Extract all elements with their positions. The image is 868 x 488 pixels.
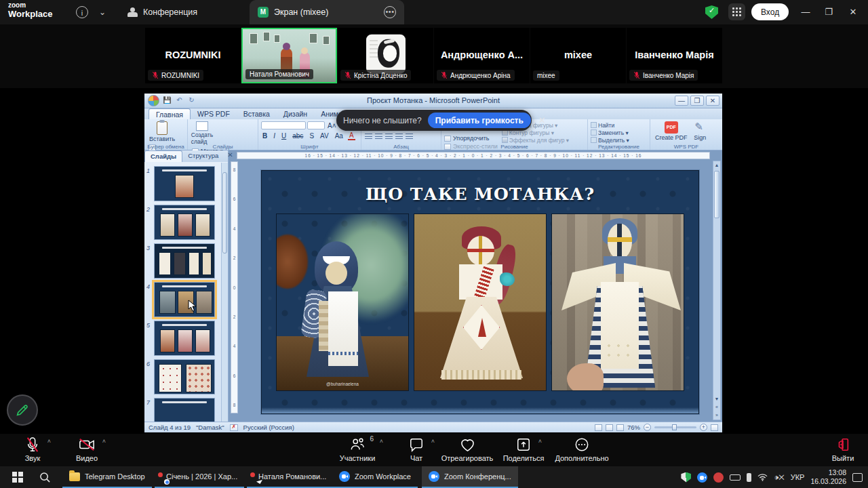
leave-button[interactable]: Выйти xyxy=(806,436,868,462)
fit-to-window-icon[interactable] xyxy=(711,424,718,431)
taskbar-app-zoom-workplace[interactable]: Zoom Workplace xyxy=(332,466,418,488)
slide-scrollbar[interactable]: ▲ ▼ « » xyxy=(713,161,721,420)
zoom-tray-icon[interactable] xyxy=(697,472,707,483)
annotate-button[interactable] xyxy=(7,394,38,426)
taskbar-app-zoom-meeting[interactable]: Zoom Конференц... xyxy=(422,466,518,488)
underline-button[interactable]: U xyxy=(280,132,288,140)
char-spacing-button[interactable]: AV xyxy=(319,132,330,140)
paste-button[interactable]: Вставить xyxy=(147,121,177,143)
font-size-select[interactable] xyxy=(307,121,325,129)
tab-insert[interactable]: Вставка xyxy=(237,108,277,119)
outline-panel-tab[interactable]: Структура xyxy=(182,150,224,162)
telegram-tray-icon[interactable] xyxy=(713,472,724,483)
slides-panel-tab[interactable]: Слайды xyxy=(144,150,182,162)
action-center-icon[interactable] xyxy=(852,473,863,482)
participant-tile-avatar[interactable]: Крістіна Доценко xyxy=(338,28,433,83)
participant-tile[interactable]: ROZUMNIKI ROZUMNIKI xyxy=(145,28,241,83)
italic-button[interactable]: I xyxy=(272,132,277,140)
font-color-button[interactable]: A xyxy=(348,131,355,140)
tab-meeting[interactable]: Конференция xyxy=(117,0,208,24)
minimize-icon[interactable]: — xyxy=(799,5,812,19)
restore-icon[interactable]: ❐ xyxy=(822,5,835,19)
ppt-restore-icon[interactable]: ❐ xyxy=(690,96,704,106)
zoom-slider[interactable] xyxy=(654,426,696,428)
participant-tile[interactable]: Андрющенко А... Андрющенко Аріна xyxy=(434,28,530,83)
volume-muted-icon[interactable]: 🕩✕ xyxy=(774,473,784,482)
language-switcher[interactable]: УКР xyxy=(791,473,805,481)
shadow-button[interactable]: S xyxy=(308,132,315,140)
start-button[interactable] xyxy=(5,466,30,488)
change-case-button[interactable]: Aa xyxy=(334,132,344,140)
slide-thumbnail[interactable]: 5 xyxy=(154,321,219,356)
zoom-out-icon[interactable]: − xyxy=(644,424,651,431)
tab-wps-pdf[interactable]: WPS PDF xyxy=(191,108,237,119)
slide-thumbnail[interactable]: 2 xyxy=(154,205,219,240)
chevron-down-icon[interactable]: ⌄ xyxy=(96,6,108,18)
antivirus-shield-icon[interactable] xyxy=(681,472,691,483)
more-button[interactable]: Дополнительно xyxy=(545,436,619,462)
scroll-down-icon[interactable]: ▼ xyxy=(713,395,720,403)
tab-options-icon[interactable]: ••• xyxy=(384,6,396,18)
close-icon[interactable]: ✕ xyxy=(846,5,860,19)
login-button[interactable]: Вход xyxy=(751,3,789,20)
slide-thumbnail[interactable]: 7 xyxy=(154,398,219,422)
taskbar-app-explorer[interactable]: Telegram Desktop xyxy=(62,466,152,488)
arrange-button[interactable]: Упорядочить xyxy=(444,134,498,142)
participant-tile[interactable]: Іванченко Марія Іванченко Марія xyxy=(627,28,722,83)
columns-icon[interactable] xyxy=(406,133,413,139)
spellcheck-icon[interactable] xyxy=(230,424,238,431)
select-button[interactable]: Выделить ▾ xyxy=(591,137,647,144)
ppt-close-icon[interactable]: ✕ xyxy=(706,96,719,106)
slideshow-view-icon[interactable] xyxy=(616,424,624,431)
panel-close-icon[interactable]: ✕ xyxy=(224,150,236,162)
notification-close-icon[interactable]: ✕ xyxy=(538,115,546,125)
create-pdf-button[interactable]: PDF Create PDF xyxy=(653,121,690,142)
slide-thumbnail[interactable]: 1 xyxy=(154,166,219,201)
panel-scrollbar[interactable] xyxy=(221,163,228,422)
apps-grid-icon[interactable] xyxy=(728,3,745,20)
align-right-icon[interactable] xyxy=(385,133,393,139)
ppt-titlebar[interactable]: 💾 ↶ ↻ Проєкт Мотанка - Microsoft PowerPo… xyxy=(144,94,722,108)
strikethrough-button[interactable]: abc xyxy=(291,132,304,140)
zoom-in-icon[interactable]: + xyxy=(700,424,707,431)
taskbar-search-button[interactable] xyxy=(33,466,57,488)
wifi-icon[interactable] xyxy=(757,473,768,481)
ppt-minimize-icon[interactable]: — xyxy=(675,96,688,106)
align-left-icon[interactable] xyxy=(365,133,372,139)
slide-thumbnail[interactable]: 6 xyxy=(154,359,219,394)
bold-button[interactable]: B xyxy=(261,132,269,140)
participant-tile[interactable]: mixee mixee xyxy=(530,28,626,83)
taskbar-clock[interactable]: 13:0816.03.2026 xyxy=(810,468,846,486)
replace-button[interactable]: Заменить ▾ xyxy=(591,129,647,136)
slide-thumbnail-selected[interactable]: 4 xyxy=(154,282,219,317)
new-slide-button[interactable]: Создать слайд xyxy=(191,121,214,146)
language-indicator[interactable]: Русский (Россия) xyxy=(243,424,294,431)
share-options-chevron[interactable]: ˄ xyxy=(538,438,542,445)
shape-effects-button[interactable]: Эффекты для фигур ▾ xyxy=(502,137,569,144)
previous-slide-icon[interactable]: « xyxy=(713,403,720,411)
participant-tile-video[interactable]: Наталя Романович xyxy=(241,28,337,83)
grow-font-button[interactable]: A˄ xyxy=(326,122,338,129)
scroll-up-icon[interactable]: ▲ xyxy=(713,161,720,169)
info-icon[interactable]: i xyxy=(76,6,88,18)
font-name-select[interactable] xyxy=(261,121,306,129)
tab-home[interactable]: Главная xyxy=(149,108,191,119)
tab-shared-screen[interactable]: M Экран (mixee) ••• xyxy=(250,0,404,24)
slide-thumbnail[interactable]: 3 xyxy=(154,243,219,279)
usb-device-icon[interactable] xyxy=(747,473,751,482)
align-center-icon[interactable] xyxy=(375,133,382,139)
video-button[interactable]: ˄ Видео xyxy=(50,436,124,462)
video-options-chevron[interactable]: ˄ xyxy=(102,438,106,445)
sign-button[interactable]: Sign xyxy=(691,121,709,142)
increase-volume-button[interactable]: Прибавить громкость xyxy=(428,113,531,128)
tab-design[interactable]: Дизайн xyxy=(277,108,314,119)
slide-sorter-icon[interactable] xyxy=(606,424,613,431)
current-slide[interactable]: ЩО ТАКЕ МОТАНКА? @buharinaelena xyxy=(261,170,699,414)
taskbar-app-chrome[interactable]: Січень | 2026 | Хар... xyxy=(155,466,244,488)
find-button[interactable]: Найти xyxy=(591,122,647,129)
battery-icon[interactable] xyxy=(730,474,741,481)
justify-icon[interactable] xyxy=(395,133,403,139)
taskbar-app-telegram[interactable]: Наталя Романови... xyxy=(247,466,333,488)
next-slide-icon[interactable]: » xyxy=(713,411,720,420)
normal-view-icon[interactable] xyxy=(595,424,602,431)
